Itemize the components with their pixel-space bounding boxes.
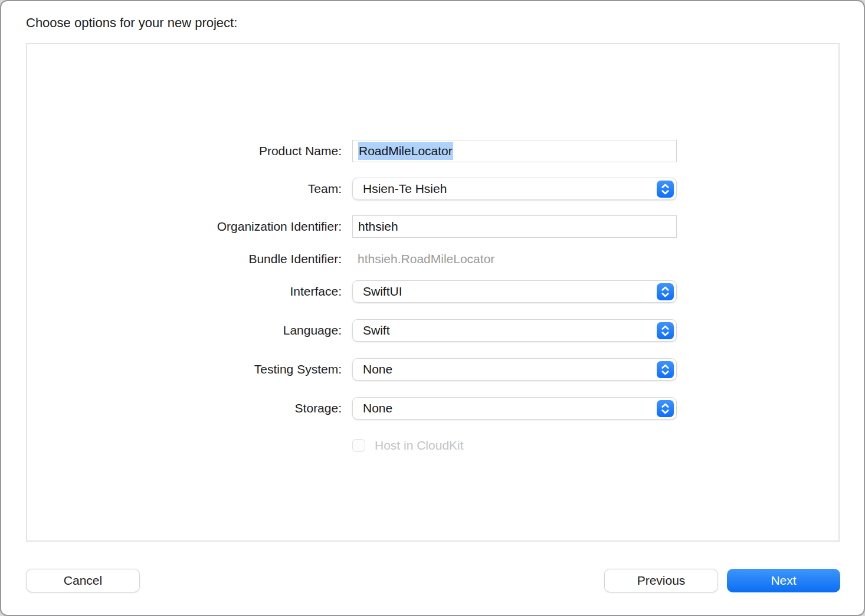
language-row: Language: Swift xyxy=(26,319,840,342)
team-label: Team: xyxy=(26,178,342,200)
organization-identifier-input[interactable]: hthsieh xyxy=(352,215,677,238)
up-down-chevrons-icon xyxy=(657,400,674,417)
interface-label: Interface: xyxy=(26,280,342,303)
team-dropdown[interactable]: Hsien-Te Hsieh xyxy=(352,178,677,200)
organization-identifier-value: hthsieh xyxy=(358,219,398,234)
storage-row: Storage: None xyxy=(26,397,840,420)
host-in-cloudkit-checkbox[interactable] xyxy=(352,439,365,452)
testing-system-label: Testing System: xyxy=(26,358,342,381)
cancel-button[interactable]: Cancel xyxy=(26,569,140,592)
testing-system-dropdown[interactable]: None xyxy=(352,358,677,381)
host-in-cloudkit-label: Host in CloudKit xyxy=(375,438,464,453)
interface-dropdown[interactable]: SwiftUI xyxy=(352,280,677,303)
new-project-options-sheet: Choose options for your new project: Pro… xyxy=(0,0,865,616)
organization-identifier-row: Organization Identifier: hthsieh xyxy=(26,215,840,238)
organization-identifier-label: Organization Identifier: xyxy=(26,215,342,238)
up-down-chevrons-icon xyxy=(657,361,674,378)
language-dropdown[interactable]: Swift xyxy=(352,319,677,342)
storage-dropdown[interactable]: None xyxy=(352,397,677,420)
storage-label: Storage: xyxy=(26,397,342,420)
language-label: Language: xyxy=(26,319,342,342)
host-in-cloudkit-row: Host in CloudKit xyxy=(26,438,840,453)
sheet-title: Choose options for your new project: xyxy=(26,15,237,31)
team-row: Team: Hsien-Te Hsieh xyxy=(26,178,840,200)
up-down-chevrons-icon xyxy=(657,283,674,300)
previous-button[interactable]: Previous xyxy=(604,569,718,592)
interface-dropdown-value: SwiftUI xyxy=(363,284,402,299)
testing-system-dropdown-value: None xyxy=(363,362,392,376)
up-down-chevrons-icon xyxy=(657,322,674,339)
interface-row: Interface: SwiftUI xyxy=(26,280,840,303)
next-button[interactable]: Next xyxy=(727,569,840,592)
testing-system-row: Testing System: None xyxy=(26,358,840,381)
language-dropdown-value: Swift xyxy=(363,323,390,338)
product-name-selected-text: RoadMileLocator xyxy=(358,142,453,160)
team-dropdown-value: Hsien-Te Hsieh xyxy=(363,182,447,196)
bundle-identifier-value: hthsieh.RoadMileLocator xyxy=(352,251,677,267)
product-name-label: Product Name: xyxy=(26,140,342,162)
bundle-identifier-label: Bundle Identifier: xyxy=(26,251,342,267)
product-name-input[interactable]: RoadMileLocator xyxy=(352,140,677,162)
up-down-chevrons-icon xyxy=(657,181,674,198)
storage-dropdown-value: None xyxy=(363,401,392,415)
bundle-identifier-row: Bundle Identifier: hthsieh.RoadMileLocat… xyxy=(26,251,840,267)
product-name-row: Product Name: RoadMileLocator xyxy=(26,140,840,162)
